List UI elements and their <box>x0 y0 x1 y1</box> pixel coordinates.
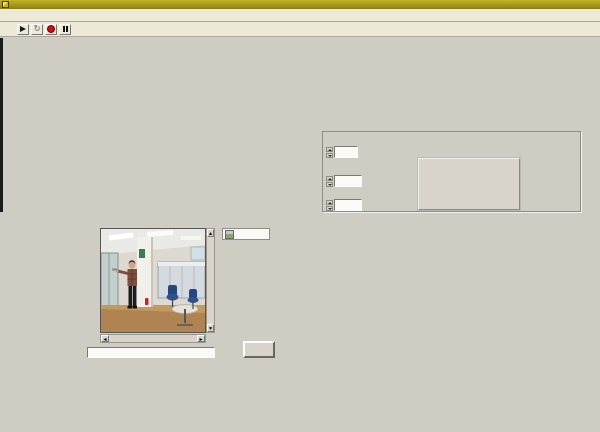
scroll-up-button[interactable]: ▲ <box>207 229 214 237</box>
mic13-spinner[interactable] <box>326 200 333 211</box>
menu-bar <box>0 9 600 22</box>
window-titlebar[interactable] <box>0 0 600 9</box>
panel-left-edge <box>0 38 3 212</box>
scroll-right-button[interactable]: ► <box>197 335 205 342</box>
run-arrow-icon <box>20 26 26 32</box>
image-out-ref[interactable] <box>222 228 270 240</box>
run-continuous-button[interactable]: ↻ <box>31 24 43 35</box>
temperature-input[interactable] <box>334 146 358 158</box>
run-continuous-icon: ↻ <box>34 25 41 33</box>
mic13-distance-input[interactable] <box>334 199 362 211</box>
gain-gauge[interactable] <box>418 158 520 210</box>
labview-front-panel-window: ↻ <box>0 0 600 432</box>
settings-group <box>322 131 581 212</box>
image-ref-icon <box>225 230 234 239</box>
office-scene <box>101 229 205 332</box>
abort-button[interactable] <box>45 24 57 35</box>
scroll-down-button[interactable]: ▼ <box>207 324 214 332</box>
image-vertical-scrollbar[interactable]: ▲ ▼ <box>206 228 215 333</box>
temperature-spinner[interactable] <box>326 147 333 158</box>
mic12-distance-input[interactable] <box>334 175 362 187</box>
abort-icon <box>47 25 55 33</box>
captured-image <box>100 228 206 333</box>
app-icon <box>2 1 9 8</box>
pause-button[interactable] <box>59 24 71 35</box>
gain-gauge-dial <box>419 159 519 209</box>
pause-icon <box>63 26 68 32</box>
scroll-left-button[interactable]: ◄ <box>101 335 109 342</box>
mic12-spinner[interactable] <box>326 176 333 187</box>
run-button[interactable] <box>17 24 29 35</box>
toolbar: ↻ <box>0 22 600 37</box>
stop-button[interactable] <box>243 341 275 358</box>
image-horizontal-scrollbar[interactable]: ◄ ► <box>100 334 206 343</box>
image-status-bar <box>87 347 215 358</box>
